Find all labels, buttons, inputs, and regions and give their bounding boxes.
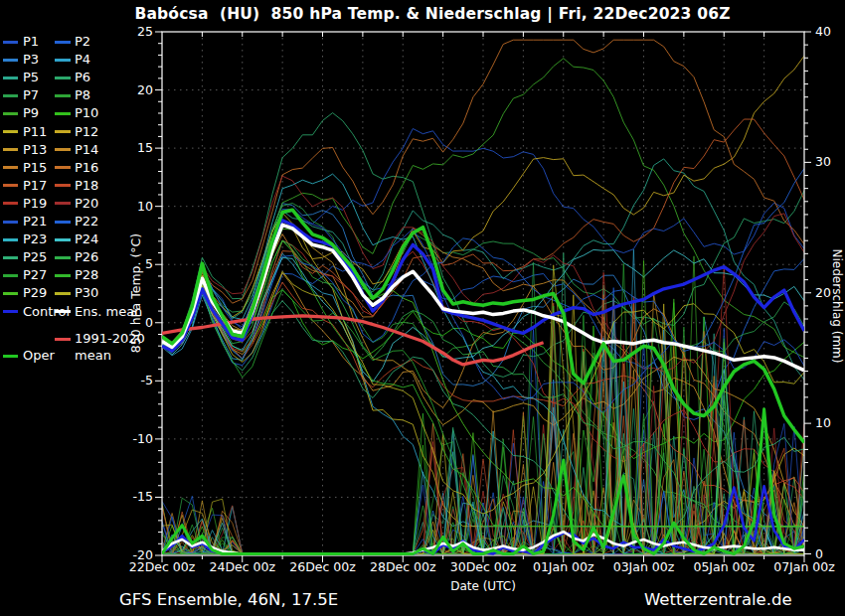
y-tick-label-right: 30	[815, 154, 831, 169]
legend-label: P24	[75, 231, 98, 248]
legend-marker	[3, 130, 18, 133]
legend-marker	[55, 59, 71, 62]
legend-label: P3	[23, 51, 39, 69]
legend-label: Oper	[23, 347, 55, 365]
legend-label: mean	[75, 347, 111, 365]
y-tick-label-right: 20	[815, 285, 831, 300]
x-axis-title: Date (UTC)	[450, 579, 516, 593]
legend-marker	[3, 166, 18, 169]
legend-marker	[3, 292, 18, 295]
legend-label: P21	[23, 213, 47, 231]
x-tick-label: 22Dec 00z	[129, 559, 196, 574]
legend-marker	[55, 292, 71, 295]
footer-model-info: GFS Ensemble, 46N, 17.5E	[119, 590, 338, 609]
x-tick-label: 05Jan 00z	[693, 559, 755, 574]
legend-label: P18	[75, 177, 98, 195]
legend-label: P12	[75, 123, 98, 141]
legend-marker	[3, 184, 18, 187]
x-tick-label: 26Dec 00z	[289, 559, 356, 574]
y-tick-label-left: 20	[0, 82, 153, 97]
chart-window: Babócsa (HU) 850 hPa Temp. & Niederschla…	[0, 0, 845, 616]
y-tick-label-left: 25	[0, 24, 153, 39]
legend-marker	[55, 310, 71, 313]
legend-marker	[3, 310, 18, 313]
legend-marker	[55, 77, 71, 79]
legend-marker	[55, 112, 71, 115]
x-tick-label: 01Jan 00z	[533, 559, 594, 574]
y-tick-label-left: 0	[0, 315, 153, 330]
x-tick-label: 28Dec 00z	[370, 559, 436, 574]
legend-label: P17	[23, 177, 47, 195]
legend-label: P10	[75, 104, 98, 122]
legend-marker	[55, 274, 71, 277]
legend-marker	[3, 274, 18, 277]
legend-marker	[55, 166, 71, 169]
y-tick-label-left: 15	[0, 140, 153, 155]
legend-marker	[55, 338, 71, 341]
y-tick-label-left: 5	[0, 256, 153, 271]
legend-label: P4	[75, 51, 90, 69]
legend-marker	[3, 41, 18, 44]
y-tick-label-right: 40	[815, 24, 831, 39]
legend-marker	[3, 77, 18, 79]
legend-marker	[3, 238, 18, 241]
legend-marker	[55, 184, 71, 187]
legend-marker	[3, 112, 18, 115]
legend-marker	[55, 41, 71, 44]
legend-label: P22	[75, 213, 98, 231]
legend-marker	[55, 130, 71, 133]
y-tick-label-right: 10	[815, 415, 831, 430]
y-tick-label-left: -10	[0, 431, 153, 446]
legend-marker	[55, 221, 71, 224]
y-axis-right-title: Niederschlag (mm)	[830, 249, 844, 364]
legend-marker	[3, 355, 18, 358]
legend-label: P29	[23, 284, 47, 302]
y-tick-label-left: 10	[0, 199, 153, 214]
legend-label: P15	[23, 159, 47, 177]
legend-marker	[55, 238, 71, 241]
legend-label: P30	[75, 284, 98, 302]
x-tick-label: 03Jan 00z	[613, 559, 675, 574]
y-axis-left-title: 850 hPa Temp. (°C)	[128, 233, 143, 353]
x-tick-label: 30Dec 00z	[450, 559, 517, 574]
x-tick-label: 07Jan 00z	[773, 559, 835, 574]
x-tick-label: 24Dec 00z	[209, 559, 275, 574]
y-tick-label-left: -5	[0, 373, 153, 387]
legend-label: P23	[23, 231, 47, 248]
footer-site-name: Wetterzentrale.de	[644, 590, 792, 609]
legend-marker	[3, 221, 18, 224]
legend-label: P9	[23, 104, 39, 122]
legend-marker	[3, 59, 18, 62]
legend-label: P16	[75, 159, 98, 177]
y-tick-label-left: -15	[0, 489, 153, 504]
legend-label: P11	[23, 123, 47, 141]
